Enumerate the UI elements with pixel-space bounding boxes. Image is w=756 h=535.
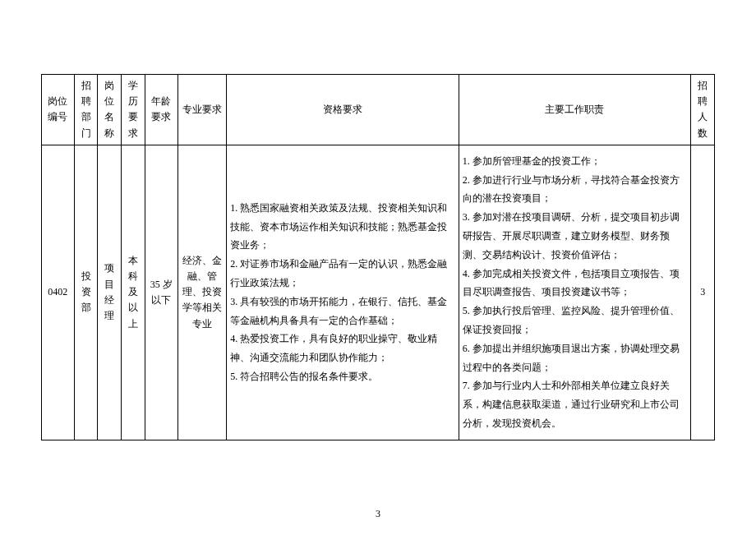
cell-name: 项目经理: [98, 145, 122, 440]
header-major: 专业要求: [177, 75, 227, 145]
recruitment-table: 岗位编号 招聘部门 岗位名称 学历要求 年龄要求 专业要求 资格要求 主要工作职…: [41, 74, 715, 440]
cell-dept: 投资部: [74, 145, 98, 440]
cell-edu: 本科及以上: [122, 145, 145, 440]
cell-code: 0402: [42, 145, 75, 440]
cell-age: 35 岁以下: [145, 145, 177, 440]
header-edu: 学历要求: [122, 75, 145, 145]
cell-resp: 1. 参加所管理基金的投资工作；2. 参加进行行业与市场分析，寻找符合基金投资方…: [459, 145, 691, 440]
cell-qual: 1. 熟悉国家融资相关政策及法规、投资相关知识和技能、资本市场运作相关知识和技能…: [227, 145, 459, 440]
header-qual: 资格要求: [227, 75, 459, 145]
table-row: 0402 投资部 项目经理 本科及以上 35 岁以下 经济、金融、管理、投资学等…: [42, 145, 715, 440]
table-header-row: 岗位编号 招聘部门 岗位名称 学历要求 年龄要求 专业要求 资格要求 主要工作职…: [42, 75, 715, 145]
header-name: 岗位名称: [98, 75, 122, 145]
header-resp: 主要工作职责: [459, 75, 691, 145]
header-num: 招聘人数: [691, 75, 715, 145]
page-number: 3: [0, 508, 756, 520]
cell-major: 经济、金融、管理、投资学等相关专业: [177, 145, 227, 440]
header-dept: 招聘部门: [74, 75, 98, 145]
cell-num: 3: [691, 145, 715, 440]
header-age: 年龄要求: [145, 75, 177, 145]
header-code: 岗位编号: [42, 75, 75, 145]
